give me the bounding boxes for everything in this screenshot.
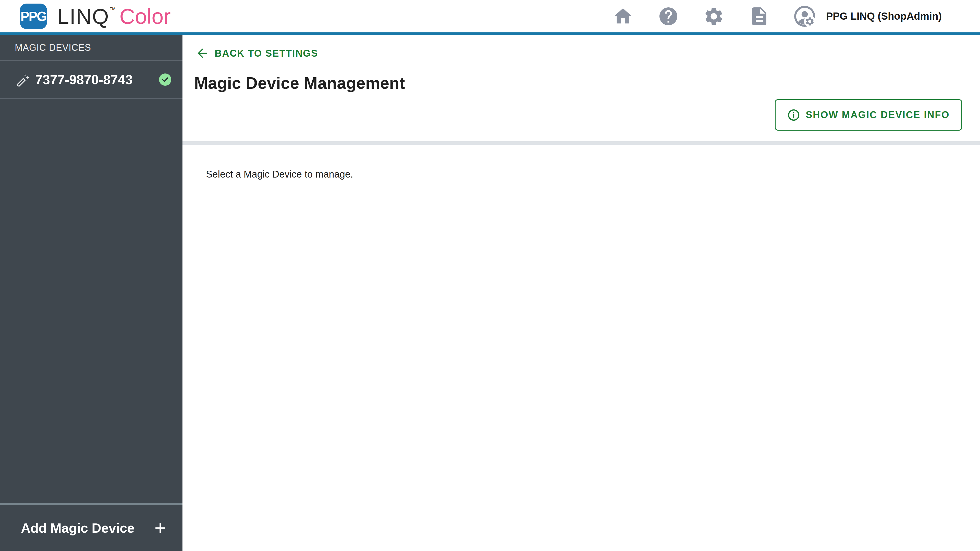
empty-state-message: Select a Magic Device to manage. [206, 169, 353, 180]
product-suffix: Color [119, 6, 171, 27]
user-account-label[interactable]: PPG LINQ (ShopAdmin) [826, 11, 942, 22]
help-icon[interactable] [658, 6, 679, 27]
ppg-logo: PPG [20, 3, 47, 29]
back-to-settings-link[interactable]: BACK TO SETTINGS [195, 46, 318, 60]
info-icon [788, 109, 800, 121]
home-icon[interactable] [612, 6, 634, 27]
product-name: LINQ™ [57, 6, 116, 27]
show-magic-device-info-label: SHOW MAGIC DEVICE INFO [806, 110, 950, 121]
back-to-settings-label: BACK TO SETTINGS [215, 48, 318, 59]
document-icon[interactable] [749, 6, 770, 27]
plus-icon [153, 521, 168, 535]
device-status-badge [159, 73, 171, 86]
magic-devices-sidebar: MAGIC DEVICES 7377-9870-8743 Add Magic D… [0, 35, 183, 551]
sidebar-footer: Add Magic Device [0, 503, 183, 551]
gear-icon[interactable] [703, 6, 724, 27]
page-title: Magic Device Management [194, 74, 405, 93]
admin-user-icon[interactable] [794, 6, 815, 27]
magic-wand-icon [16, 73, 30, 86]
content-divider [183, 141, 980, 144]
sidebar-footer-divider [0, 503, 183, 505]
add-magic-device-label: Add Magic Device [21, 520, 135, 536]
sidebar-divider [0, 98, 183, 99]
sidebar-item-device[interactable]: 7377-9870-8743 [0, 61, 183, 98]
arrow-left-icon [195, 46, 210, 60]
trademark-symbol: ™ [109, 6, 116, 14]
sidebar-title: MAGIC DEVICES [0, 35, 183, 60]
header-actions: PPG LINQ (ShopAdmin) [588, 6, 942, 27]
add-magic-device-button[interactable]: Add Magic Device [0, 505, 183, 551]
app-logo: PPG LINQ™ Color [20, 3, 171, 29]
app-header: PPG LINQ™ Color PPG LINQ [0, 0, 980, 35]
show-magic-device-info-button[interactable]: SHOW MAGIC DEVICE INFO [775, 99, 962, 130]
main-content: BACK TO SETTINGS Magic Device Management… [183, 35, 980, 551]
device-id-label: 7377-9870-8743 [35, 72, 133, 87]
